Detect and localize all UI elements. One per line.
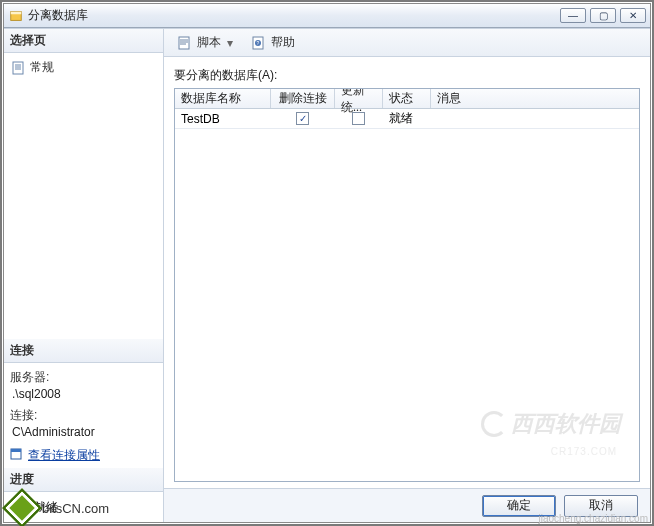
svg-text:?: ? (257, 40, 260, 46)
col-status[interactable]: 状态 (383, 89, 431, 108)
cell-message (431, 109, 639, 128)
minimize-button[interactable]: — (560, 8, 586, 23)
nav-general-label: 常规 (30, 59, 54, 76)
col-drop-connections[interactable]: 删除连接 (271, 89, 335, 108)
cell-status: 就绪 (383, 109, 431, 128)
help-label: 帮助 (271, 34, 295, 51)
window-title: 分离数据库 (28, 7, 560, 24)
properties-icon (10, 447, 24, 464)
watermark-sub: CR173.COM (551, 446, 617, 457)
app-icon (8, 8, 24, 24)
databases-grid[interactable]: 数据库名称 删除连接 更新统... 状态 消息 TestDB 就绪 (174, 88, 640, 482)
svg-rect-1 (11, 11, 22, 14)
connection-body: 服务器: .\sql2008 连接: C\Administrator 查看连接属… (4, 363, 163, 468)
script-label: 脚本 (197, 34, 221, 51)
corner-logo: bitsCN.com (8, 494, 109, 522)
cell-db-name: TestDB (175, 109, 271, 128)
corner-brand: bitsCN.com (42, 501, 109, 516)
view-connection-props-link[interactable]: 查看连接属性 (10, 447, 157, 464)
watermark: 西西软件园 (481, 409, 621, 439)
right-pane: 脚本 ▾ ? 帮助 要分离的数据库(A): 数据库名称 删除连接 更新统... (164, 29, 650, 522)
col-update-stats[interactable]: 更新统... (335, 89, 383, 108)
table-row[interactable]: TestDB 就绪 (175, 109, 639, 129)
col-db-name[interactable]: 数据库名称 (175, 89, 271, 108)
help-button[interactable]: ? 帮助 (246, 31, 300, 54)
server-value: .\sql2008 (10, 386, 157, 405)
maximize-button[interactable]: ▢ (590, 8, 616, 23)
page-icon (12, 61, 26, 75)
grid-header: 数据库名称 删除连接 更新统... 状态 消息 (175, 89, 639, 109)
watermark-c-icon (481, 411, 507, 437)
diamond-icon (2, 488, 42, 526)
svg-rect-2 (13, 62, 23, 74)
dialog-window: 分离数据库 — ▢ ✕ 选择页 常规 连接 服务器: .\sql2008 (3, 3, 651, 523)
connection-header: 连接 (4, 339, 163, 363)
checkbox-unchecked-icon[interactable] (352, 112, 365, 125)
dropdown-icon[interactable]: ▾ (225, 36, 235, 50)
titlebar: 分离数据库 — ▢ ✕ (4, 4, 650, 28)
svg-rect-7 (11, 449, 21, 452)
footer-credit: jiaocheng.chazidian.com (538, 513, 648, 524)
help-icon: ? (251, 35, 267, 51)
svg-rect-8 (179, 37, 189, 49)
col-message[interactable]: 消息 (431, 89, 639, 108)
left-pane: 选择页 常规 连接 服务器: .\sql2008 连接: C\Administr… (4, 29, 164, 522)
view-connection-props-label: 查看连接属性 (28, 447, 100, 464)
conn-label: 连接: (10, 407, 157, 424)
script-icon (177, 35, 193, 51)
checkbox-checked-icon[interactable] (296, 112, 309, 125)
select-page-header: 选择页 (4, 29, 163, 53)
nav-general[interactable]: 常规 (10, 57, 157, 78)
server-label: 服务器: (10, 369, 157, 386)
watermark-text: 西西软件园 (511, 409, 621, 439)
close-button[interactable]: ✕ (620, 8, 646, 23)
progress-header: 进度 (4, 468, 163, 492)
cell-update-checkbox[interactable] (335, 109, 383, 128)
toolbar: 脚本 ▾ ? 帮助 (164, 29, 650, 57)
cell-drop-checkbox[interactable] (271, 109, 335, 128)
conn-value: C\Administrator (10, 424, 157, 443)
script-button[interactable]: 脚本 ▾ (172, 31, 240, 54)
databases-label: 要分离的数据库(A): (174, 67, 640, 88)
